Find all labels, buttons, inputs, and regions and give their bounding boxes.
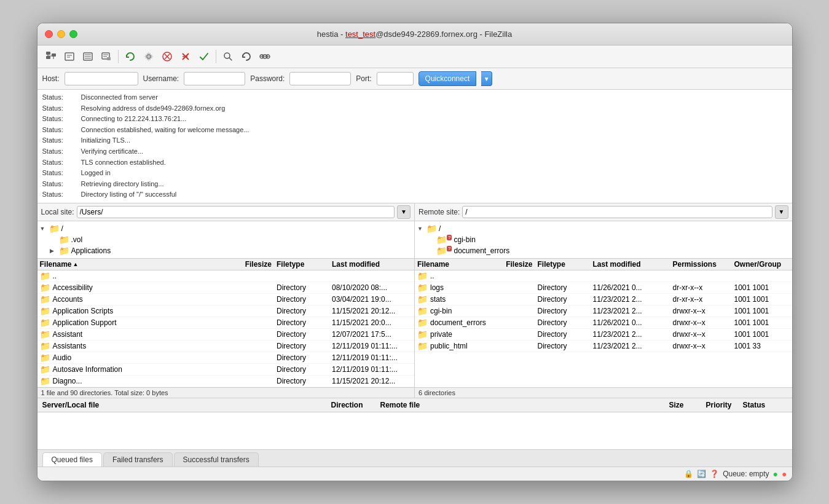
- host-input[interactable]: [65, 72, 138, 85]
- folder-icon: 📁: [40, 271, 50, 281]
- tab-successful-transfers[interactable]: Successful transfers: [174, 452, 259, 467]
- traffic-lights: [45, 30, 77, 38]
- toggle-messagelog-button[interactable]: [98, 48, 115, 65]
- refresh-status-icon: 🔄: [697, 470, 706, 478]
- minimize-button[interactable]: [57, 30, 65, 38]
- stop-all-button[interactable]: [195, 48, 213, 65]
- tab-failed-transfers[interactable]: Failed transfers: [103, 452, 173, 467]
- local-file-row[interactable]: 📁Autosave Information Directory 12/11/20…: [37, 364, 415, 376]
- local-file-row[interactable]: 📁Accessibility Directory 08/10/2020 08:.…: [37, 282, 415, 294]
- local-tree-item[interactable]: ▼📁/: [37, 223, 415, 234]
- remote-file-row[interactable]: 📁public_html Directory 11/23/2021 2... d…: [415, 341, 792, 352]
- transfer-queue-body: [37, 412, 792, 449]
- disconnect-button[interactable]: [177, 48, 194, 65]
- folder-icon: 📁: [40, 318, 50, 328]
- browse-button[interactable]: [256, 48, 273, 65]
- port-input[interactable]: [377, 72, 414, 85]
- remote-file-list: 📁.. 📁logs Directory 11/26/2021 0... dr-x…: [415, 270, 792, 387]
- remote-site-label: Remote site:: [418, 208, 460, 216]
- remote-col-perms[interactable]: Permissions: [673, 260, 734, 269]
- toggle-log-button[interactable]: [79, 48, 96, 65]
- remote-col-owner[interactable]: Owner/Group: [734, 260, 790, 269]
- local-site-bar: Local site: ▼: [37, 203, 415, 221]
- folder-icon: 📁: [417, 283, 428, 293]
- remote-col-size[interactable]: Filesize: [492, 260, 538, 269]
- maximize-button[interactable]: [69, 30, 77, 38]
- username-input[interactable]: [184, 72, 245, 85]
- local-site-dropdown[interactable]: ▼: [397, 205, 411, 219]
- local-file-row[interactable]: 📁Audio Directory 12/11/2019 01:11:...: [37, 352, 415, 364]
- status-dot-green: ●: [773, 469, 778, 479]
- folder-icon: 📁: [40, 353, 50, 363]
- new-tab-button[interactable]: [61, 48, 78, 65]
- remote-file-row[interactable]: 📁logs Directory 11/26/2021 0... dr-xr-x-…: [415, 282, 792, 294]
- folder-icon: 📁: [49, 224, 60, 234]
- svg-rect-1: [46, 56, 50, 59]
- svg-rect-6: [65, 53, 74, 60]
- password-input[interactable]: [289, 72, 351, 85]
- folder-icon: 📁: [417, 329, 428, 339]
- tab-queued-files[interactable]: Queued files: [42, 452, 102, 467]
- remote-tree-item[interactable]: 📁?document_errors: [415, 245, 792, 256]
- tq-col-size: Size: [667, 400, 704, 411]
- remote-tree-item[interactable]: ▼📁/: [415, 223, 792, 234]
- remote-site-input[interactable]: [462, 206, 772, 218]
- remote-file-row[interactable]: 📁..: [415, 270, 792, 282]
- local-file-row[interactable]: 📁Assistant Directory 12/07/2021 17:5...: [37, 329, 415, 341]
- local-col-type[interactable]: Filetype: [277, 260, 332, 269]
- folder-icon: 📁: [417, 318, 428, 328]
- local-file-row[interactable]: 📁..: [37, 270, 415, 282]
- folder-icon: 📁?: [436, 246, 452, 256]
- username-label: Username:: [143, 74, 179, 83]
- log-line: Status:Retrieving directory listing...: [42, 179, 787, 190]
- local-tree-item[interactable]: ▶📁Applications: [37, 245, 415, 256]
- remote-col-type[interactable]: Filetype: [538, 260, 593, 269]
- lock-icon: 🔒: [684, 470, 693, 478]
- remote-site-bar: Remote site: ▼: [415, 203, 792, 221]
- folder-icon: 📁: [40, 364, 50, 374]
- remote-file-row[interactable]: 📁document_errors Directory 11/26/2021 0.…: [415, 317, 792, 329]
- quickconnect-dropdown-button[interactable]: ▼: [481, 71, 492, 86]
- local-col-filename[interactable]: Filename ▲: [40, 260, 231, 269]
- bottom-bar: 🔒 🔄 ❓ Queue: empty ● ●: [37, 467, 792, 481]
- folder-icon: 📁: [417, 271, 428, 281]
- folder-icon: 📁: [59, 246, 69, 256]
- refresh-button[interactable]: [238, 48, 255, 65]
- local-site-input[interactable]: [77, 206, 395, 218]
- folder-icon: 📁: [40, 329, 50, 339]
- remote-file-row[interactable]: 📁private Directory 11/23/2021 2... drwxr…: [415, 329, 792, 341]
- remote-file-row[interactable]: 📁stats Directory 11/23/2021 2... dr-xr-x…: [415, 294, 792, 305]
- remote-tree-item[interactable]: 📁?cgi-bin: [415, 234, 792, 245]
- folder-icon: 📁: [40, 341, 50, 351]
- remote-site-dropdown[interactable]: ▼: [775, 205, 788, 219]
- local-tree-item[interactable]: 📁.vol: [37, 234, 415, 245]
- svg-rect-2: [52, 53, 56, 57]
- local-file-row[interactable]: 📁Application Support Directory 11/15/202…: [37, 317, 415, 329]
- cancel-button[interactable]: [159, 48, 176, 65]
- window-title: hestia - test_test@dsde949-22869.fornex.…: [317, 30, 512, 39]
- folder-icon: 📁: [59, 235, 69, 245]
- local-file-row[interactable]: 📁Assistants Directory 12/11/2019 01:11:.…: [37, 341, 415, 352]
- site-manager-button[interactable]: [42, 48, 60, 65]
- reconnect-button[interactable]: [122, 48, 139, 65]
- quickconnect-button[interactable]: Quickconnect: [418, 71, 477, 86]
- close-button[interactable]: [45, 30, 53, 38]
- local-file-row[interactable]: 📁Accounts Directory 03/04/2021 19:0...: [37, 294, 415, 305]
- local-tree: ▼📁/📁.vol▶📁Applications: [37, 221, 415, 259]
- remote-col-filename[interactable]: Filename: [417, 260, 492, 269]
- remote-col-modified[interactable]: Last modified: [593, 260, 673, 269]
- settings-button[interactable]: [140, 48, 157, 65]
- tq-col-server: Server/Local file: [40, 400, 329, 411]
- log-line: Status:Directory listing of "/" successf…: [42, 189, 787, 200]
- host-label: Host:: [42, 74, 60, 83]
- tq-col-direction: Direction: [329, 400, 378, 411]
- queue-status: Queue: empty: [723, 470, 769, 478]
- local-file-row[interactable]: 📁Diagno... Directory 11/15/2021 20:12...: [37, 376, 415, 387]
- local-col-size[interactable]: Filesize: [230, 260, 277, 269]
- local-col-modified[interactable]: Last modified: [332, 260, 412, 269]
- connection-bar: Host: Username: Password: Port: Quickcon…: [37, 68, 792, 90]
- remote-file-row[interactable]: 📁cgi-bin Directory 11/23/2021 2... drwxr…: [415, 305, 792, 317]
- title-bar: hestia - test_test@dsde949-22869.fornex.…: [37, 23, 792, 45]
- search-files-button[interactable]: [219, 48, 237, 65]
- local-file-row[interactable]: 📁Application Scripts Directory 11/15/202…: [37, 305, 415, 317]
